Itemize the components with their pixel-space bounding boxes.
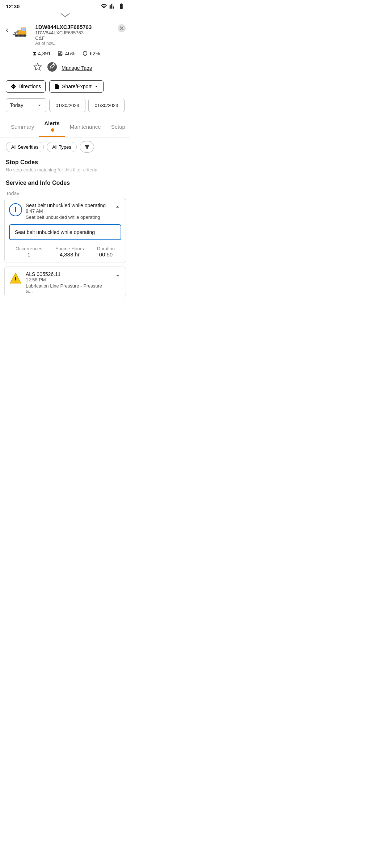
- info-icon: i: [9, 203, 22, 216]
- header-org: C&F: [35, 35, 125, 41]
- alert-2-code: ALS 005526.11: [26, 271, 110, 277]
- tab-summary[interactable]: Summary: [6, 116, 39, 137]
- engine-hours-value: 4,888 hr: [55, 251, 84, 258]
- battery-icon: [118, 3, 125, 9]
- svg-point-8: [20, 35, 22, 37]
- manage-tags-button[interactable]: Manage Tags: [62, 65, 92, 71]
- occurrences-value: 1: [16, 251, 42, 258]
- filter-row: All Severities All Types: [0, 137, 130, 156]
- alert-card-2: ! ALS 005526.11 12:58 PM Lubrication Lin…: [4, 267, 126, 297]
- end-date-value: 01/30/2023: [94, 103, 118, 108]
- alert-1-time: 8:47 AM: [26, 208, 110, 214]
- tab-maintenance[interactable]: Maintenance: [65, 116, 106, 137]
- drag-handle[interactable]: [0, 11, 130, 21]
- directions-label: Directions: [18, 84, 41, 89]
- share-icon: [54, 84, 60, 89]
- status-bar: 12:30: [0, 0, 130, 11]
- buttons-row: Directions Share/Export: [0, 77, 130, 95]
- alert-1-content: Seat belt unbuckled while operating 8:47…: [26, 203, 110, 220]
- tab-setup[interactable]: Setup: [106, 116, 130, 137]
- service-info-section: Service and Info Codes: [0, 177, 130, 189]
- alert-1-stats: Occurrences 1 Engine Hours 4,888 hr Dura…: [5, 244, 126, 263]
- chevron-down-small-icon: [94, 84, 99, 89]
- tabs: Summary Alerts Maintenance Setup: [0, 116, 130, 137]
- stats-row: ⧗ 4,891 46% 62%: [0, 49, 130, 60]
- fuel-value: 46%: [65, 51, 75, 56]
- alert-1-subtitle: Seat belt unbuckled while operating: [26, 214, 110, 220]
- occurrences-label: Occurrences: [16, 246, 42, 251]
- alert-card-2-header: ! ALS 005526.11 12:58 PM Lubrication Lin…: [5, 267, 126, 297]
- warning-icon: !: [9, 272, 22, 285]
- period-chevron-icon: [37, 102, 42, 108]
- tab-alerts[interactable]: Alerts: [39, 116, 65, 137]
- alert-card-1: i Seat belt unbuckled while operating 8:…: [4, 198, 126, 263]
- chevron-up-icon: [114, 203, 121, 210]
- coolant-icon: [82, 50, 88, 57]
- share-export-button[interactable]: Share/Export: [49, 80, 104, 93]
- star-icon: [33, 63, 42, 71]
- chevron-down-icon: [60, 12, 70, 18]
- header-info: 1DW844LXCJF685763 1DW844LXCJF685763 C&F …: [35, 24, 125, 46]
- funnel-icon: [84, 144, 90, 150]
- coolant-stat: 62%: [82, 50, 100, 57]
- severity-filter[interactable]: All Severities: [6, 142, 44, 152]
- alert-1-chevron-up-icon[interactable]: [114, 203, 121, 212]
- time: 12:30: [6, 3, 20, 9]
- duration-label: Duration: [97, 246, 115, 251]
- close-button[interactable]: [117, 24, 126, 34]
- alert-2-subtitle: Lubrication Line Pressure - Pressure S..…: [26, 283, 110, 294]
- alert-2-chevron-down-icon[interactable]: [114, 272, 121, 281]
- period-selector[interactable]: Today: [6, 98, 46, 112]
- duration-stat: Duration 00:50: [97, 246, 115, 258]
- tab-setup-label: Setup: [111, 124, 125, 130]
- edit-button[interactable]: [46, 61, 58, 75]
- alert-card-1-header: i Seat belt unbuckled while operating 8:…: [5, 198, 126, 223]
- period-label: Today: [10, 102, 23, 108]
- warning-triangle-icon: !: [9, 272, 22, 285]
- back-button[interactable]: ‹: [6, 25, 8, 35]
- stop-codes-empty: No stop codes matching for this filter c…: [6, 167, 125, 173]
- alerts-dot: [51, 128, 54, 132]
- vehicle-icon: [11, 24, 31, 41]
- hourglass-icon: ⧗: [33, 50, 37, 57]
- status-icons: [101, 3, 125, 9]
- fuel-stat: 46%: [57, 50, 75, 57]
- hours-value: 4,891: [38, 51, 51, 56]
- type-filter[interactable]: All Types: [47, 142, 77, 152]
- start-date-value: 01/30/2023: [56, 103, 79, 108]
- hours-stat: ⧗ 4,891: [33, 50, 51, 57]
- fuel-icon: [57, 50, 64, 57]
- close-icon: [117, 24, 126, 33]
- engine-hours-label: Engine Hours: [55, 246, 84, 251]
- duration-value: 00:50: [97, 251, 115, 258]
- wifi-icon: [101, 3, 107, 9]
- svg-point-7: [24, 35, 26, 37]
- directions-button[interactable]: Directions: [6, 80, 46, 93]
- alert-1-title: Seat belt unbuckled while operating: [26, 203, 110, 208]
- start-date[interactable]: 01/30/2023: [49, 99, 85, 112]
- svg-marker-10: [34, 63, 41, 70]
- directions-icon: [10, 84, 16, 89]
- date-group-label: Today: [0, 189, 130, 198]
- svg-point-11: [47, 62, 57, 72]
- edit-icon: [47, 62, 57, 72]
- service-info-title: Service and Info Codes: [6, 180, 125, 186]
- alert-2-time: 12:58 PM: [26, 277, 110, 282]
- end-date[interactable]: 01/30/2023: [88, 99, 125, 112]
- header-asof: As of now...: [35, 41, 125, 46]
- chevron-down-icon2: [114, 272, 121, 279]
- alert-1-detail-text: Seat belt unbuckled while operating: [15, 229, 95, 235]
- filter-button[interactable]: [80, 141, 94, 153]
- tab-summary-label: Summary: [11, 124, 34, 130]
- tab-alerts-label: Alerts: [44, 120, 60, 126]
- svg-text:!: !: [14, 276, 16, 282]
- occurrences-stat: Occurrences 1: [16, 246, 42, 258]
- header-vin: 1DW844LXCJF685763: [35, 24, 125, 30]
- alert-1-detail-box: Seat belt unbuckled while operating: [9, 224, 121, 240]
- header: ‹ 1DW844LXCJF685763 1DW844LXCJF685763 C&…: [0, 21, 130, 49]
- coolant-value: 62%: [90, 51, 100, 56]
- svg-point-6: [16, 35, 18, 37]
- alert-2-content: ALS 005526.11 12:58 PM Lubrication Line …: [26, 271, 110, 294]
- star-button[interactable]: [33, 62, 43, 74]
- stop-codes-title: Stop Codes: [6, 159, 125, 166]
